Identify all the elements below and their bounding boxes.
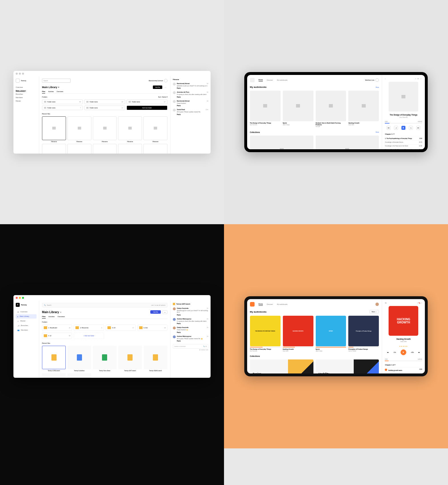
rewind-button[interactable]: -10s <box>393 351 396 353</box>
book-item[interactable]: Principles of Product Design.c4-book:nth… <box>348 316 379 352</box>
nav-branches[interactable]: Branches <box>16 92 37 96</box>
forward-button[interactable]: +30s <box>411 351 414 353</box>
file-item[interactable]: Filename <box>93 116 117 143</box>
nav-master[interactable]: ◇Master <box>16 319 37 323</box>
book-item[interactable]: Hooked: How to Build Habit-Forming Produ… <box>316 91 346 127</box>
file-item[interactable]: Filename <box>143 116 167 143</box>
reply-button[interactable]: Reply <box>177 87 208 89</box>
user-menu[interactable]: Bartolomêj Dohnal <box>149 79 167 82</box>
file-item[interactable]: Filename <box>93 144 117 153</box>
file-item[interactable]: RES-Guidelines.sketch <box>67 373 91 377</box>
file-item[interactable]: Filename <box>118 144 142 153</box>
avatar[interactable] <box>375 303 379 306</box>
nav-members[interactable]: 👥Members <box>16 328 37 332</box>
nav-branches[interactable]: ⎇Branches <box>16 323 37 328</box>
folder-item[interactable]: 6. Dev19 <box>137 325 167 331</box>
folder-item[interactable]: 4. UI99 <box>42 333 72 339</box>
book-item[interactable]: SprintJake Knapp <box>283 91 313 127</box>
file-item[interactable]: Filename <box>67 116 91 143</box>
file-item[interactable]: Filename <box>118 116 142 143</box>
rewind-button[interactable]: ↺ <box>394 126 398 130</box>
next-button[interactable]: ⏭ <box>418 351 420 353</box>
book-item[interactable]: Hacking GrowthSean Ellis <box>348 91 379 127</box>
search-input[interactable]: 🔍Searchuse / to see all options <box>42 303 167 307</box>
book-item[interactable]: The Design of Everyday ThingsDon Norman <box>250 91 281 127</box>
more-icon[interactable]: ⋯ <box>162 310 167 314</box>
book-item[interactable]: HACKING GROWTH.c4-book:nth-child(2) .c4-… <box>283 316 313 352</box>
next-button[interactable]: ⏭ <box>416 126 420 130</box>
file-item[interactable]: Tetrisly-Guidelines <box>67 346 91 372</box>
page-title[interactable]: Main Library ▾ <box>42 86 59 89</box>
nav-master[interactable]: Master <box>16 99 37 103</box>
more-button[interactable]: More ⋯ <box>369 310 379 313</box>
file-library-wireframe: Tetrisly Overview Main Library Branches … <box>13 71 211 154</box>
file-item[interactable]: Filename <box>67 144 91 153</box>
play-button[interactable] <box>401 349 406 355</box>
file-item[interactable]: Tetrisly-CORE.sketch <box>42 346 66 372</box>
chapter-item[interactable]: • Determining if your product is must-ha… <box>385 372 422 373</box>
chapter-label: Chapter 1 / 7 <box>385 133 422 135</box>
comments-title: Tetrisly-UIKIT.sketch <box>176 303 190 305</box>
tab-activities[interactable]: Activities <box>49 316 55 317</box>
progress-bar[interactable] <box>385 123 422 124</box>
player-author: Don Norman <box>385 116 422 118</box>
folder-item[interactable]: 1. Moodboard16 <box>42 325 72 331</box>
more-icon[interactable]: ⋯ <box>163 86 167 88</box>
collection-item[interactable] <box>250 136 313 149</box>
search-input[interactable]: Search <box>42 79 71 83</box>
chapter-item[interactable]: 1. The Psychopathology of Everyday Thing… <box>385 137 422 140</box>
nav-members[interactable]: Members <box>16 96 37 99</box>
file-item[interactable]: Tetrisly-Texts-Sheet <box>93 346 117 372</box>
nav-main-library[interactable]: Main Library <box>16 89 37 92</box>
folder-item[interactable]: Folder name7 <box>42 106 83 110</box>
back-icon[interactable]: ‹ <box>385 78 385 79</box>
chapter-item[interactable]: Knowledge in the Head and in the World15… <box>385 144 422 148</box>
folder-item[interactable]: 2. Resources5 <box>74 325 104 331</box>
file-item[interactable]: Tetrisly-VIEWS.sketch <box>144 346 167 372</box>
chapter-item[interactable]: Building growth teams-3:14 <box>385 367 422 372</box>
nav-discover[interactable]: Discover <box>267 79 273 81</box>
file-item[interactable]: Filename <box>143 144 167 153</box>
nav-overview[interactable]: Overview <box>16 86 37 89</box>
tab-files[interactable]: Files <box>42 316 46 319</box>
file-item[interactable]: EXP-Canvas.sketch <box>42 373 66 377</box>
folder-item[interactable]: Folder name23 <box>84 100 125 104</box>
file-item[interactable]: Filename <box>42 144 66 153</box>
collection-item[interactable] <box>316 136 379 149</box>
add-file-button[interactable]: Add file <box>150 310 161 314</box>
forward-button[interactable]: ↻ <box>409 126 413 130</box>
folder-item[interactable]: Folder name17 <box>127 100 167 104</box>
sort-dropdown[interactable]: Sort: Name ▾ <box>158 96 167 98</box>
nav-home[interactable]: Home <box>259 303 263 306</box>
nav-audiobooks[interactable]: My audiobooks <box>277 303 287 305</box>
add-file-button[interactable]: Add file <box>153 86 162 89</box>
tab-overviews[interactable]: Overviews <box>57 316 65 317</box>
tab-overviews[interactable]: Overviews <box>57 91 63 92</box>
user-menu[interactable]: Matthew Line <box>365 78 379 82</box>
add-folder-button[interactable]: Add new folder <box>127 106 167 110</box>
tab-files[interactable]: Files <box>42 91 45 94</box>
folder-item[interactable]: Folder name99 <box>42 100 83 104</box>
player-title: The Design of Everyday Things <box>385 114 422 116</box>
folder-item[interactable]: Folder name17 <box>84 106 125 110</box>
collection-usability[interactable]: Usability <box>316 359 379 373</box>
book-item[interactable]: THE DESIGN OF EVERYDAY THINGS.c4-book:nt… <box>250 316 281 352</box>
nav-audiobooks[interactable]: My audiobooks <box>277 79 287 81</box>
nav-overview[interactable]: ⊞Overview <box>16 310 37 314</box>
prev-button[interactable]: ⏮ <box>387 126 391 130</box>
play-button[interactable] <box>401 126 405 130</box>
tab-activities[interactable]: Activities <box>48 91 54 92</box>
nav-home[interactable]: Home <box>259 79 263 82</box>
add-folder-button[interactable]: + Add new folder <box>74 333 104 339</box>
folder-item[interactable]: 3. UX17 <box>106 325 136 331</box>
more-link[interactable]: More <box>376 86 379 88</box>
collection-design[interactable]: Design <box>250 359 313 373</box>
nav-discover[interactable]: Discover <box>267 303 273 305</box>
nav-main-library[interactable]: ▸Main Library <box>16 314 37 319</box>
chapter-item[interactable]: Knowing What to Do: Constraints, Discove… <box>385 148 422 149</box>
file-item[interactable]: Filename <box>42 116 66 143</box>
chapter-item[interactable]: Knowledge is Embodied Actions10:05 <box>385 140 422 144</box>
book-item[interactable]: SPRINT.c4-book:nth-child(3) .c4-prog::be… <box>316 316 346 352</box>
prev-button[interactable]: ⏮ <box>387 351 389 353</box>
file-item[interactable]: Tetrisly-UIKIT.sketch <box>118 346 142 372</box>
